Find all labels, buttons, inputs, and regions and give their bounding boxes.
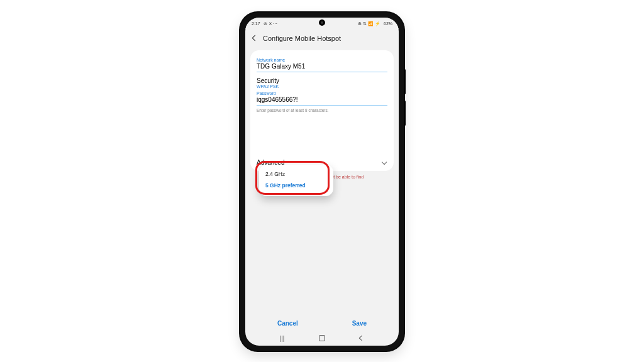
status-left-icons: ⊘ ✕ ⋯: [264, 21, 278, 26]
power-button: [404, 101, 406, 126]
back-icon[interactable]: [252, 35, 258, 41]
network-name-field[interactable]: TDG Galaxy M51: [257, 62, 387, 72]
page-title: Configure Mobile Hotspot: [263, 35, 341, 42]
nav-recents-icon[interactable]: |||: [280, 335, 285, 342]
password-label: Password: [257, 91, 387, 96]
action-bar: Cancel Save: [250, 316, 394, 331]
band-option-5ghz[interactable]: 5 GHz preferred: [265, 180, 327, 191]
cancel-button[interactable]: Cancel: [266, 316, 309, 331]
network-name-label: Network name: [257, 58, 387, 62]
phone-screen: 2:17 ⊘ ✕ ⋯ ⋒ ⇅ 📶 ⚡ 62% Configure Mobile …: [245, 18, 399, 346]
status-right-icons: ⋒ ⇅ 📶 ⚡: [358, 21, 380, 26]
password-hint: Enter password of at least 8 characters.: [257, 108, 387, 112]
android-nav-bar: |||: [245, 333, 399, 343]
password-field[interactable]: iqgs0465566?!: [257, 96, 387, 106]
phone-frame: 2:17 ⊘ ✕ ⋯ ⋒ ⇅ 📶 ⚡ 62% Configure Mobile …: [240, 13, 404, 351]
punch-hole-camera: [319, 19, 325, 26]
security-label[interactable]: Security: [257, 77, 387, 84]
band-popup: 2.4 GHz 5 GHz preferred: [259, 165, 333, 196]
band-option-24ghz[interactable]: 2.4 GHz: [265, 168, 327, 180]
nav-home-icon[interactable]: [319, 335, 325, 341]
status-time: 2:17: [252, 21, 260, 26]
app-bar: Configure Mobile Hotspot: [245, 29, 399, 48]
status-battery-pct: 62%: [384, 21, 392, 26]
save-button[interactable]: Save: [341, 316, 378, 331]
security-value: WPA2 PSK: [257, 84, 387, 89]
nav-back-icon[interactable]: [359, 336, 364, 341]
volume-button: [404, 69, 406, 94]
chevron-down-icon: [381, 160, 387, 166]
settings-card: Network name TDG Galaxy M51 Security WPA…: [250, 50, 394, 171]
band-warning-text: won't be able to find: [325, 175, 394, 179]
